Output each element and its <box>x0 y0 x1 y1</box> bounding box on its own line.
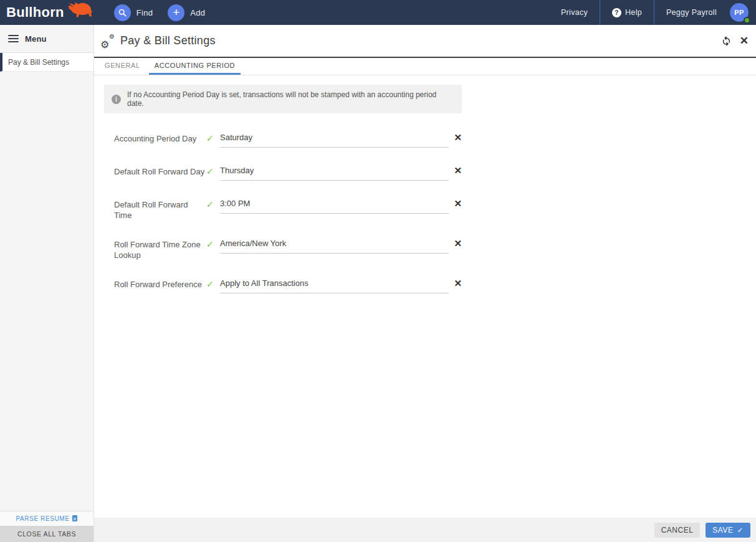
clear-field-icon[interactable]: ✕ <box>454 133 462 143</box>
close-all-tabs-label: CLOSE ALL TABS <box>17 530 76 538</box>
field-value: 3:00 PM <box>220 199 250 208</box>
field-label: Default Roll Forward Time <box>114 199 206 221</box>
roll-forward-preference-input[interactable]: Apply to All Transactions ✕ <box>220 278 462 293</box>
settings-form: Accounting Period Day ✓ Saturday ✕ Defau… <box>114 133 462 293</box>
privacy-link[interactable]: Privacy <box>549 0 600 25</box>
form-row-roll-forward-preference: Roll Forward Preference ✓ Apply to All T… <box>114 278 462 293</box>
page-title: Pay & Bill Settings <box>120 34 216 47</box>
parse-resume-button[interactable]: PARSE RESUME <box>0 511 93 526</box>
clear-field-icon[interactable]: ✕ <box>454 166 462 176</box>
user-avatar[interactable]: PP <box>730 3 749 22</box>
field-value: America/New York <box>220 239 286 248</box>
bullhorn-logo[interactable]: Bullhorn <box>0 2 99 22</box>
find-button[interactable]: Find <box>114 4 153 21</box>
search-icon <box>114 4 131 21</box>
roll-forward-time-zone-input[interactable]: America/New York ✕ <box>220 239 462 254</box>
refresh-icon[interactable] <box>721 36 732 46</box>
clear-field-icon[interactable]: ✕ <box>454 278 462 288</box>
sidebar: Menu Pay & Bill Settings PARSE RESUME CL… <box>0 25 94 542</box>
save-button[interactable]: SAVE ✓ <box>706 523 750 538</box>
save-check-icon: ✓ <box>737 526 744 535</box>
field-label: Accounting Period Day <box>114 133 206 144</box>
field-label: Default Roll Forward Day <box>114 166 206 177</box>
sidebar-item-pay-bill-settings[interactable]: Pay & Bill Settings <box>0 53 93 72</box>
user-name[interactable]: Peggy Payroll <box>654 0 729 25</box>
field-value: Saturday <box>220 133 252 142</box>
field-label: Roll Forward Time Zone Lookup <box>114 239 206 260</box>
form-row-accounting-period-day: Accounting Period Day ✓ Saturday ✕ <box>114 133 462 148</box>
field-value: Thursday <box>220 166 254 175</box>
bull-logo-icon <box>67 1 93 22</box>
find-label: Find <box>136 8 153 17</box>
valid-check-icon: ✓ <box>206 278 220 290</box>
clear-field-icon[interactable]: ✕ <box>454 239 462 249</box>
main-panel: ⚙ ⚙ Pay & Bill Settings ✕ GENERAL ACCOUN… <box>94 25 756 542</box>
field-label: Roll Forward Preference <box>114 278 206 290</box>
brand-name: Bullhorn <box>6 4 64 21</box>
help-icon: ? <box>612 8 621 17</box>
info-banner: i If no Accounting Period Day is set, tr… <box>104 85 462 113</box>
sidebar-item-label: Pay & Bill Settings <box>8 58 69 67</box>
help-link[interactable]: ? Help <box>600 0 654 25</box>
help-label: Help <box>625 8 642 17</box>
menu-label: Menu <box>25 34 47 44</box>
close-all-tabs-button[interactable]: CLOSE ALL TABS <box>0 526 93 542</box>
clear-field-icon[interactable]: ✕ <box>454 199 462 209</box>
menu-toggle[interactable]: Menu <box>0 25 93 53</box>
plus-icon: + <box>168 4 184 21</box>
info-icon: i <box>112 95 121 104</box>
parse-resume-label: PARSE RESUME <box>16 515 70 522</box>
default-roll-forward-day-input[interactable]: Thursday ✕ <box>220 166 462 181</box>
hamburger-icon <box>8 35 19 42</box>
sidebar-empty-area <box>0 72 93 511</box>
form-row-default-roll-forward-time: Default Roll Forward Time ✓ 3:00 PM ✕ <box>114 199 462 221</box>
save-label: SAVE <box>712 526 733 535</box>
tab-accounting-period[interactable]: ACCOUNTING PERIOD <box>149 58 241 75</box>
info-banner-text: If no Accounting Period Day is set, tran… <box>127 90 454 108</box>
close-tab-icon[interactable]: ✕ <box>740 36 749 46</box>
page-header: ⚙ ⚙ Pay & Bill Settings ✕ <box>94 25 756 58</box>
top-navbar: Bullhorn Find + Add Privacy ? He <box>0 0 756 25</box>
default-roll-forward-time-input[interactable]: 3:00 PM ✕ <box>220 199 462 214</box>
add-button[interactable]: + Add <box>168 4 205 21</box>
valid-check-icon: ✓ <box>206 133 220 144</box>
online-status-dot <box>744 17 750 24</box>
add-label: Add <box>190 8 205 17</box>
settings-gears-icon: ⚙ ⚙ <box>100 34 115 49</box>
valid-check-icon: ✓ <box>206 199 220 210</box>
tabs-bar: GENERAL ACCOUNTING PERIOD <box>94 58 756 75</box>
action-bar: CANCEL SAVE ✓ <box>94 518 756 542</box>
cancel-button[interactable]: CANCEL <box>654 523 701 538</box>
form-row-roll-forward-time-zone: Roll Forward Time Zone Lookup ✓ America/… <box>114 239 462 260</box>
form-row-default-roll-forward-day: Default Roll Forward Day ✓ Thursday ✕ <box>114 166 462 181</box>
document-icon <box>72 515 77 523</box>
accounting-period-day-input[interactable]: Saturday ✕ <box>220 133 462 148</box>
valid-check-icon: ✓ <box>206 166 220 177</box>
tab-general[interactable]: GENERAL <box>99 58 146 75</box>
field-value: Apply to All Transactions <box>220 278 309 288</box>
valid-check-icon: ✓ <box>206 239 220 250</box>
tab-content: i If no Accounting Period Day is set, tr… <box>94 75 756 518</box>
